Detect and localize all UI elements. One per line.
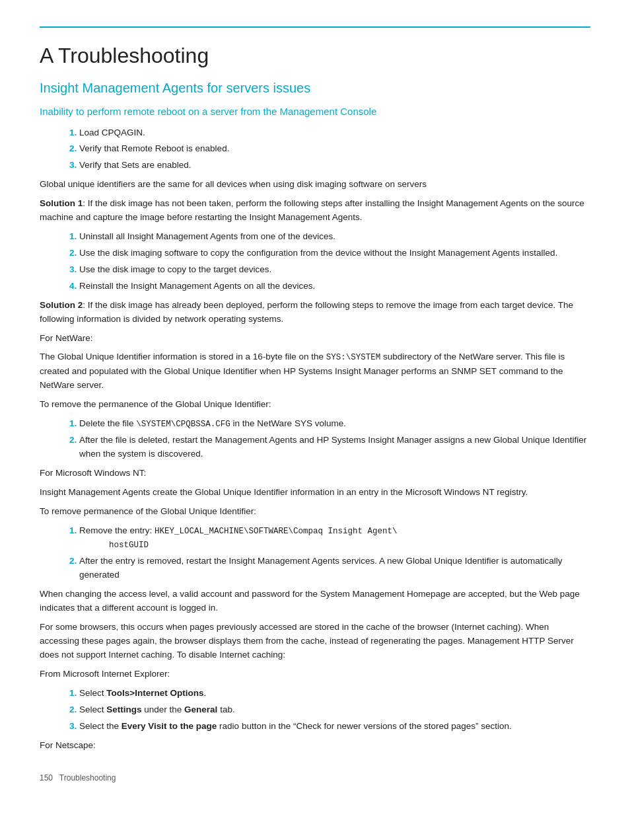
global-unique-text: Global unique identifiers are the same f… xyxy=(40,178,590,192)
netware-step1-code: \SYSTEM\CPQBSSA.CFG xyxy=(136,420,230,429)
section1-heading: Inability to perform remote reboot on a … xyxy=(40,104,590,120)
netware-para: The Global Unique Identifier information… xyxy=(40,350,590,392)
caching-para: For some browsers, this occurs when page… xyxy=(40,621,590,662)
section-subtitle: Insight Management Agents for servers is… xyxy=(40,78,590,98)
intro-steps-list: Load CPQAGIN. Verify that Remote Reboot … xyxy=(79,126,590,173)
solution1-text: : If the disk image has not been taken, … xyxy=(40,198,584,222)
from-ie-label: From Microsoft Internet Explorer: xyxy=(40,668,590,681)
solution1-para: Solution 1: If the disk image has not be… xyxy=(40,197,590,225)
footer-label: Troubleshooting xyxy=(59,773,116,783)
list-item: After the file is deleted, restart the M… xyxy=(79,434,590,461)
ie-general-label: General xyxy=(184,705,217,714)
ie-tools-label: Tools>Internet Options xyxy=(106,688,203,698)
footer-page-number: 150 xyxy=(40,773,53,783)
list-item: Load CPQAGIN. xyxy=(79,126,590,140)
ie-steps-list: Select Tools>Internet Options. Select Se… xyxy=(79,687,590,734)
for-netware-label: For NetWare: xyxy=(40,332,590,346)
windows-para: Insight Management Agents create the Glo… xyxy=(40,486,590,500)
solution2-label: Solution 2 xyxy=(40,300,83,310)
solution1-steps-list: Uninstall all Insight Management Agents … xyxy=(79,230,590,293)
list-item: Verify that Sets are enabled. xyxy=(79,159,590,172)
remove-permanence-windows: To remove permanence of the Global Uniqu… xyxy=(40,505,590,519)
for-windows-label: For Microsoft Windows NT: xyxy=(40,467,590,480)
windows-steps-list: Remove the entry: HKEY_LOCAL_MACHINE\SOF… xyxy=(79,524,590,583)
windows-step1-code: HKEY_LOCAL_MACHINE\SOFTWARE\Compaq Insig… xyxy=(79,527,398,550)
list-item: Delete the file \SYSTEM\CPQBSSA.CFG in t… xyxy=(79,417,590,431)
list-item: Select Tools>Internet Options. xyxy=(79,687,590,701)
list-item: Use the disk image to copy to the target… xyxy=(79,263,590,277)
remove-permanence-label: To remove the permanence of the Global U… xyxy=(40,398,590,412)
top-rule xyxy=(40,26,590,28)
access-level-para: When changing the access level, a valid … xyxy=(40,588,590,615)
footer: 150 Troubleshooting xyxy=(40,772,590,784)
solution2-text: : If the disk image has already been dep… xyxy=(40,300,573,324)
list-item: Use the disk imaging software to copy th… xyxy=(79,247,590,260)
ie-everyvisit-label: Every Visit to the page xyxy=(122,721,217,731)
page-title: A Troubleshooting xyxy=(40,40,590,71)
list-item: Verify that Remote Reboot is enabled. xyxy=(79,142,590,156)
list-item: Select the Every Visit to the page radio… xyxy=(79,720,590,734)
netware-steps-list: Delete the file \SYSTEM\CPQBSSA.CFG in t… xyxy=(79,417,590,461)
netware-code: SYS:\SYSTEM xyxy=(326,353,381,362)
for-netscape-label: For Netscape: xyxy=(40,739,590,753)
list-item: Remove the entry: HKEY_LOCAL_MACHINE\SOF… xyxy=(79,524,590,553)
list-item: Select Settings under the General tab. xyxy=(79,703,590,717)
list-item: Reinstall the Insight Management Agents … xyxy=(79,280,590,293)
list-item: Uninstall all Insight Management Agents … xyxy=(79,230,590,244)
solution1-label: Solution 1 xyxy=(40,198,83,208)
ie-settings-label: Settings xyxy=(106,705,141,714)
solution2-para: Solution 2: If the disk image has alread… xyxy=(40,299,590,326)
list-item: After the entry is removed, restart the … xyxy=(79,554,590,582)
